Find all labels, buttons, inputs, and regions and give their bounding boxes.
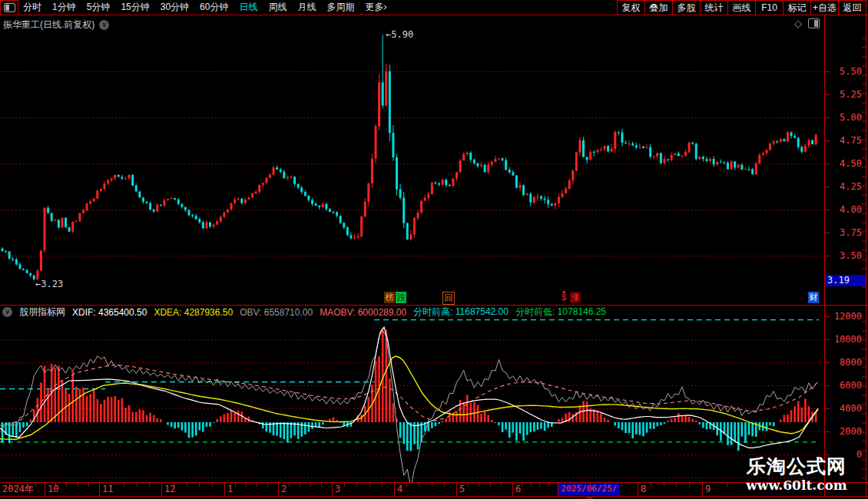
date-label: 1 xyxy=(227,484,233,495)
marker-跌[interactable]: 跌 xyxy=(396,292,406,303)
week-tick xyxy=(727,483,727,487)
date-label: 4 xyxy=(397,484,403,495)
marker-$[interactable]: $▲ xyxy=(558,292,569,303)
watermark-site-name: 乐淘公式网 xyxy=(728,454,865,478)
price-axis-label: 4.25 xyxy=(825,181,862,192)
date-label: 10 xyxy=(48,484,58,495)
week-tick xyxy=(289,483,290,487)
week-tick xyxy=(382,483,383,487)
week-tick xyxy=(590,483,591,487)
marker-财[interactable]: 财 xyxy=(808,292,819,303)
week-tick xyxy=(548,483,549,487)
month-tick xyxy=(278,483,279,496)
price-axis-label: 4.50 xyxy=(825,158,862,169)
week-tick xyxy=(501,483,502,487)
month-tick xyxy=(45,483,45,496)
indicator-axis-label: 12000 xyxy=(825,311,862,322)
price-axis-label: 5.50 xyxy=(825,66,862,77)
trading-app-window: 分时1分钟5分钟15分钟30分钟60分钟日线周线月线多周期更多› 复权叠加多股统… xyxy=(0,0,868,499)
watermark-url: www.60lt.com xyxy=(728,478,865,493)
marker-回[interactable]: 回 xyxy=(442,292,455,305)
marker-榜[interactable]: 榜 xyxy=(384,292,395,303)
indicator-axis-label: 8000 xyxy=(825,357,862,368)
month-tick xyxy=(512,483,513,496)
indicator-axis-label: 4000 xyxy=(825,403,862,414)
up-arrow-icon: ▲ xyxy=(558,289,569,294)
high-annotation: ←5.90 xyxy=(386,30,413,40)
week-tick xyxy=(199,483,200,487)
indicator-value-股朋指标网: 股朋指标网 xyxy=(19,306,65,319)
frame-lines xyxy=(0,0,866,499)
last-price-badge: 3.19 xyxy=(825,275,866,286)
month-tick xyxy=(558,483,558,496)
date-label: 6 xyxy=(515,484,521,495)
week-tick xyxy=(479,483,479,487)
week-tick xyxy=(66,483,67,487)
week-tick xyxy=(149,483,150,487)
indicator-chevron-icon[interactable]: ∨ xyxy=(2,307,12,317)
week-tick xyxy=(689,483,690,487)
week-tick xyxy=(300,483,300,487)
price-axis-label: 3.50 xyxy=(825,250,862,261)
week-tick xyxy=(676,483,677,487)
week-tick xyxy=(356,483,357,487)
indicator-value-OBV: OBV: 6558710.00 xyxy=(240,307,313,318)
week-tick xyxy=(212,483,213,487)
main-gridlines xyxy=(0,72,824,256)
week-tick xyxy=(574,483,575,487)
week-tick xyxy=(78,483,78,487)
indicator-value-XDEA: XDEA: 4287936.50 xyxy=(154,307,233,318)
indicator-series[interactable] xyxy=(0,320,819,488)
week-tick xyxy=(321,483,322,487)
week-tick xyxy=(490,483,491,487)
date-label: 5 xyxy=(459,484,465,495)
week-tick xyxy=(651,483,651,487)
week-tick xyxy=(539,483,540,487)
date-label: 2024年 xyxy=(2,484,34,495)
date-label: 12 xyxy=(164,484,175,495)
week-tick xyxy=(605,483,606,487)
week-tick xyxy=(137,483,137,487)
week-tick xyxy=(267,483,268,487)
week-tick xyxy=(432,483,432,487)
watermark: 乐淘公式网 www.60lt.com xyxy=(728,454,865,493)
week-tick xyxy=(344,483,345,487)
month-tick xyxy=(99,483,100,496)
indicator-value-分时前高: 分时前高: 11687542.00 xyxy=(413,306,509,319)
indicator-value-XDIF: XDIF: 4365400.50 xyxy=(72,307,147,318)
date-label: 9 xyxy=(705,484,711,495)
indicator-header: ∨ 股朋指标网XDIF: 4365400.50XDEA: 4287936.50O… xyxy=(2,306,606,318)
week-tick xyxy=(35,483,36,487)
low-annotation: ←3.23 xyxy=(35,279,63,289)
marker-涨[interactable]: 涨 xyxy=(570,292,581,303)
price-axis-label: 4.00 xyxy=(825,204,862,215)
date-label: 3 xyxy=(335,484,340,495)
price-axis-label: 5.25 xyxy=(825,89,862,100)
week-tick xyxy=(88,483,89,487)
month-tick xyxy=(224,483,225,496)
month-tick xyxy=(456,483,457,496)
week-tick xyxy=(310,483,311,487)
week-tick xyxy=(235,483,236,487)
week-tick xyxy=(257,483,257,487)
week-tick xyxy=(187,483,187,487)
chart-canvas[interactable] xyxy=(0,0,868,499)
week-tick xyxy=(444,483,445,487)
indicator-axis-label: 6000 xyxy=(825,380,862,391)
month-tick xyxy=(394,483,395,496)
week-tick xyxy=(369,483,370,487)
month-tick xyxy=(332,483,333,496)
month-tick xyxy=(161,483,162,496)
indicator-axis-label: 10000 xyxy=(825,334,862,345)
price-axis-label: 5.00 xyxy=(825,112,862,123)
date-label: 2 xyxy=(281,484,287,495)
month-tick xyxy=(702,483,703,496)
week-tick xyxy=(522,483,522,487)
price-axis-label: 4.75 xyxy=(825,135,862,146)
price-axis-label: 3.75 xyxy=(825,227,862,238)
week-tick xyxy=(406,483,407,487)
selected-date-badge: 2025/06/25/三 xyxy=(558,483,620,495)
week-tick xyxy=(246,483,247,487)
indicator-value-MAOBV: MAOBV: 6000289.00 xyxy=(320,307,406,318)
month-tick xyxy=(638,483,638,496)
